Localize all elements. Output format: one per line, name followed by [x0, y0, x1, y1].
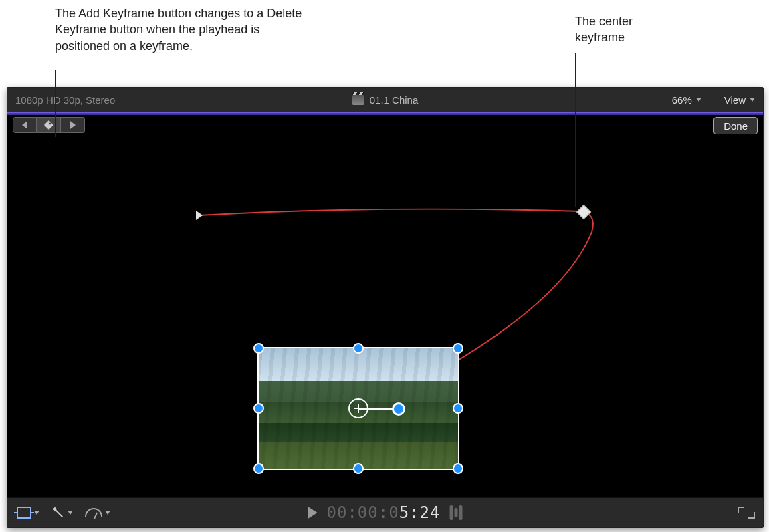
callout-leader-line — [55, 70, 56, 137]
wand-icon — [51, 506, 65, 519]
keyframe-toolbar: × — [13, 117, 85, 133]
viewer-titlebar: 1080p HD 30p, Stereo 01.1 China 66% View — [7, 88, 763, 112]
format-label: 1080p HD 30p, Stereo — [15, 94, 115, 106]
timecode-dim: 00:00:0 — [327, 503, 399, 522]
arrow-left-icon — [22, 121, 27, 129]
gauge-icon — [85, 508, 102, 517]
chevron-right-icon — [196, 211, 203, 220]
clip-title: 01.1 China — [352, 94, 419, 106]
resize-handle-b[interactable] — [353, 463, 364, 474]
enhance-tool-menu[interactable] — [51, 506, 73, 519]
resize-handle-r[interactable] — [453, 403, 463, 414]
resize-handle-l[interactable] — [253, 403, 264, 414]
rotate-handle[interactable] — [392, 402, 405, 416]
playback-group: 00:00:05:24 — [308, 503, 463, 522]
resize-handle-br[interactable] — [453, 463, 463, 474]
timecode-bright: 5:24 — [399, 503, 441, 522]
callout-leader-line — [575, 53, 576, 207]
view-menu[interactable]: View — [724, 94, 755, 106]
chevron-down-icon — [68, 511, 73, 515]
clapperboard-icon — [352, 95, 364, 105]
done-button-label: Done — [724, 120, 748, 132]
callout-right: The center keyframe — [575, 13, 675, 46]
timecode-display[interactable]: 00:00:05:24 — [327, 503, 441, 522]
callout-left: The Add Keyframe button changes to a Del… — [55, 5, 309, 54]
resize-handle-tr[interactable] — [453, 343, 463, 354]
skimming-toggle[interactable] — [449, 505, 462, 520]
done-button[interactable]: Done — [713, 117, 758, 134]
chevron-down-icon — [34, 511, 39, 515]
viewer-bottombar: 00:00:05:24 — [7, 497, 763, 527]
keyframe-center-marker[interactable] — [576, 205, 592, 220]
transform-tool-menu[interactable] — [17, 507, 39, 519]
resize-handle-t[interactable] — [353, 343, 364, 354]
chevron-down-icon — [696, 98, 701, 102]
chevron-down-icon — [750, 98, 755, 102]
view-label: View — [724, 94, 746, 106]
keyframe-diamond-icon: × — [43, 120, 53, 130]
zoom-menu[interactable]: 66% — [672, 94, 701, 106]
zoom-label: 66% — [672, 94, 692, 106]
anchor-point[interactable] — [348, 398, 368, 418]
viewer-window: 1080p HD 30p, Stereo 01.1 China 66% View — [7, 87, 764, 528]
transform-frame[interactable] — [257, 347, 459, 470]
next-keyframe-button[interactable] — [61, 117, 85, 133]
transform-icon — [17, 507, 31, 519]
play-button[interactable] — [308, 507, 318, 519]
resize-handle-tl[interactable] — [253, 343, 264, 354]
chevron-down-icon — [105, 511, 110, 515]
fullscreen-button[interactable] — [739, 508, 754, 517]
arrow-right-icon — [70, 121, 76, 129]
clip-title-label: 01.1 China — [370, 94, 419, 106]
resize-handle-bl[interactable] — [253, 463, 264, 474]
delete-keyframe-button[interactable]: × — [37, 117, 61, 133]
retime-tool-menu[interactable] — [85, 508, 110, 517]
previous-keyframe-button[interactable] — [13, 117, 37, 133]
divider-accent — [7, 112, 763, 115]
